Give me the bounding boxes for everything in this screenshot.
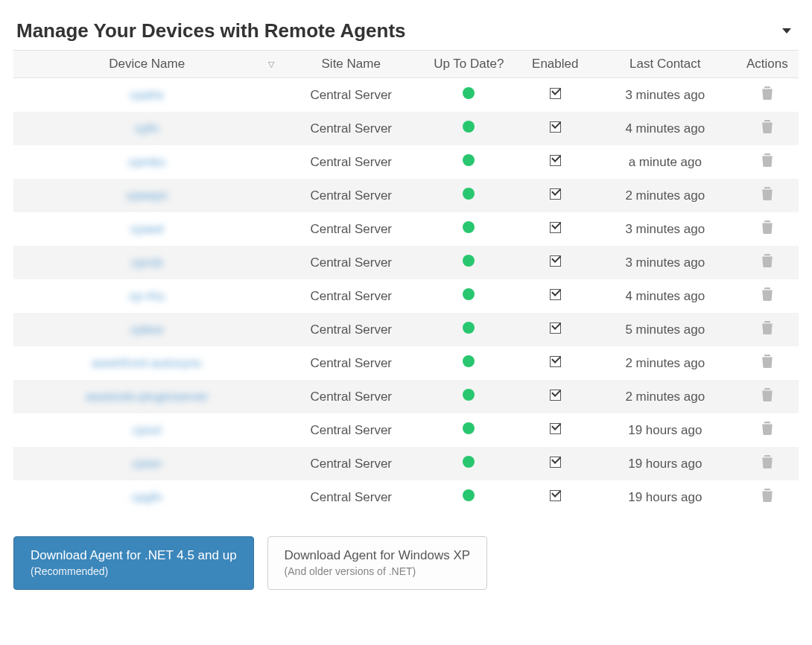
delete-icon[interactable] <box>761 457 773 471</box>
col-header-site[interactable]: Site Name <box>280 51 422 78</box>
last-contact: 2 minutes ago <box>594 179 736 212</box>
table-row: cpeepnCentral Server2 minutes ago <box>13 179 799 212</box>
sort-indicator-icon: ▽ <box>268 60 274 69</box>
delete-icon[interactable] <box>761 357 773 371</box>
last-contact: a minute ago <box>594 145 736 179</box>
device-name[interactable]: cpkes <box>127 322 166 337</box>
last-contact: 5 minutes ago <box>594 313 736 346</box>
site-name: Central Server <box>280 145 422 179</box>
devices-table: Device Name ▽ Site Name Up To Date? Enab… <box>13 50 799 514</box>
device-name[interactable]: cpahs <box>127 88 166 103</box>
delete-icon[interactable] <box>761 89 773 103</box>
device-name[interactable]: awstrfront-autosync <box>89 356 205 371</box>
site-name: Central Server <box>280 313 422 346</box>
status-dot-icon <box>463 121 475 133</box>
status-dot-icon <box>463 389 475 401</box>
device-name[interactable]: cpawt <box>127 222 166 237</box>
delete-icon[interactable] <box>761 424 773 438</box>
enabled-checkbox[interactable] <box>550 88 561 99</box>
enabled-checkbox[interactable] <box>550 490 561 501</box>
table-row: cpkesCentral Server5 minutes ago <box>13 313 799 346</box>
col-header-uptodate[interactable]: Up To Date? <box>422 51 516 78</box>
download-agent-xp-button[interactable]: Download Agent for Windows XP (And older… <box>267 536 487 590</box>
col-header-device-label: Device Name <box>109 57 185 71</box>
device-name[interactable]: cpmko <box>125 155 168 170</box>
table-row: cpahsCentral Server3 minutes ago <box>13 78 799 112</box>
last-contact: 19 hours ago <box>594 447 736 480</box>
site-name: Central Server <box>280 447 422 480</box>
table-row: awstools-pluginserverCentral Server2 min… <box>13 380 799 413</box>
device-name[interactable]: awstools-pluginserver <box>83 390 211 404</box>
table-row: cpsvlCentral Server19 hours ago <box>13 413 799 447</box>
last-contact: 3 minutes ago <box>594 78 736 112</box>
device-name[interactable]: cpgfn <box>128 490 165 505</box>
col-header-device[interactable]: Device Name ▽ <box>13 51 280 78</box>
site-name: Central Server <box>280 179 422 212</box>
table-row: cpmkoCentral Servera minute ago <box>13 145 799 179</box>
enabled-checkbox[interactable] <box>550 390 561 401</box>
delete-icon[interactable] <box>761 323 773 337</box>
table-row: cprobCentral Server3 minutes ago <box>13 246 799 279</box>
table-row: cpisnCentral Server19 hours ago <box>13 447 799 480</box>
enabled-checkbox[interactable] <box>550 356 561 367</box>
device-name[interactable]: cpisn <box>129 457 165 471</box>
site-name: Central Server <box>280 112 422 145</box>
download-agent-net45-button[interactable]: Download Agent for .NET 4.5 and up (Reco… <box>13 536 254 590</box>
delete-icon[interactable] <box>761 156 773 170</box>
enabled-checkbox[interactable] <box>550 289 561 300</box>
status-dot-icon <box>463 255 475 267</box>
device-name[interactable]: cpeepn <box>123 188 171 203</box>
delete-icon[interactable] <box>761 290 773 304</box>
status-dot-icon <box>463 422 475 434</box>
enabled-checkbox[interactable] <box>550 255 561 267</box>
enabled-checkbox[interactable] <box>550 155 561 166</box>
table-row: awstrfront-autosyncCentral Server2 minut… <box>13 346 799 380</box>
device-name[interactable]: cprob <box>128 255 166 270</box>
last-contact: 19 hours ago <box>594 413 736 447</box>
status-dot-icon <box>463 355 475 367</box>
delete-icon[interactable] <box>761 256 773 270</box>
delete-icon[interactable] <box>761 491 773 505</box>
status-dot-icon <box>463 87 475 99</box>
site-name: Central Server <box>280 480 422 514</box>
site-name: Central Server <box>280 346 422 380</box>
device-name[interactable]: cpfn <box>132 121 162 136</box>
table-row: cpgfnCentral Server19 hours ago <box>13 480 799 514</box>
panel-collapse-toggle[interactable] <box>782 28 791 34</box>
col-header-last[interactable]: Last Contact <box>594 51 736 78</box>
delete-icon[interactable] <box>761 390 773 404</box>
enabled-checkbox[interactable] <box>550 322 561 334</box>
col-header-actions: Actions <box>736 51 799 78</box>
table-row: cp-rhuCentral Server4 minutes ago <box>13 279 799 313</box>
delete-icon[interactable] <box>761 189 773 203</box>
delete-icon[interactable] <box>761 122 773 136</box>
last-contact: 2 minutes ago <box>594 380 736 413</box>
site-name: Central Server <box>280 279 422 313</box>
site-name: Central Server <box>280 78 422 112</box>
enabled-checkbox[interactable] <box>550 457 561 468</box>
delete-icon[interactable] <box>761 223 773 237</box>
download-agent-net45-sublabel: (Recommended) <box>31 565 237 579</box>
status-dot-icon <box>463 322 475 334</box>
site-name: Central Server <box>280 413 422 447</box>
device-name[interactable]: cpsvl <box>130 423 165 438</box>
status-dot-icon <box>463 456 475 468</box>
table-row: cpfnCentral Server4 minutes ago <box>13 112 799 145</box>
enabled-checkbox[interactable] <box>550 188 561 200</box>
status-dot-icon <box>463 288 475 300</box>
enabled-checkbox[interactable] <box>550 121 561 133</box>
download-agent-xp-label: Download Agent for Windows XP <box>285 548 470 562</box>
enabled-checkbox[interactable] <box>550 423 561 434</box>
enabled-checkbox[interactable] <box>550 222 561 233</box>
page-title: Manage Your Devices with Remote Agents <box>16 19 406 42</box>
device-name[interactable]: cp-rhu <box>126 289 168 304</box>
table-row: cpawtCentral Server3 minutes ago <box>13 212 799 246</box>
site-name: Central Server <box>280 380 422 413</box>
download-agent-xp-sublabel: (And older versions of .NET) <box>285 565 470 579</box>
last-contact: 3 minutes ago <box>594 246 736 279</box>
last-contact: 4 minutes ago <box>594 279 736 313</box>
last-contact: 3 minutes ago <box>594 212 736 246</box>
download-agent-net45-label: Download Agent for .NET 4.5 and up <box>31 548 237 562</box>
col-header-enabled[interactable]: Enabled <box>516 51 594 78</box>
last-contact: 4 minutes ago <box>594 112 736 145</box>
